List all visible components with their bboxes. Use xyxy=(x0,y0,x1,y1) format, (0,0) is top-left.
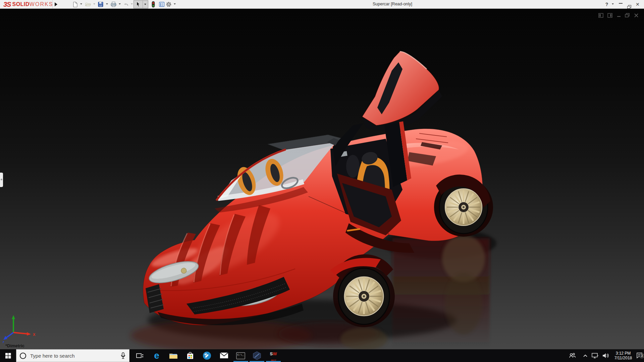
search-box[interactable] xyxy=(16,349,129,362)
hexagon-app-button[interactable] xyxy=(249,349,265,362)
new-document-icon xyxy=(72,1,78,7)
network-button[interactable] xyxy=(590,349,600,362)
rebuild-button[interactable] xyxy=(150,1,157,8)
people-icon xyxy=(569,353,576,359)
network-icon xyxy=(591,353,599,359)
help-dropdown-caret[interactable] xyxy=(612,3,614,5)
help-button[interactable]: ? xyxy=(604,0,610,9)
edge-button[interactable]: e xyxy=(149,349,164,362)
select-cursor-icon xyxy=(136,1,141,7)
options-dropdown-caret[interactable] xyxy=(174,3,176,5)
solidworks-logo: 3S SOLIDWORKS xyxy=(3,0,53,8)
new-dropdown-caret[interactable] xyxy=(80,3,82,5)
car-open-door[interactable] xyxy=(362,52,442,131)
window-title: Supercar [Read-only] xyxy=(342,2,443,6)
taskbar: e xyxy=(0,349,644,362)
solidworks-logo-light: WORKS xyxy=(30,1,53,7)
notification-badge: 3 xyxy=(639,353,644,358)
graphics-viewport[interactable]: X Z *Dimetric xyxy=(0,9,644,349)
save-icon xyxy=(98,1,104,7)
clock-time: 3:12 PM xyxy=(616,351,631,356)
microphone-icon[interactable] xyxy=(120,352,126,359)
car-3d-model[interactable] xyxy=(0,9,644,349)
people-button[interactable] xyxy=(566,349,578,362)
solidworks-logo-bold: SOLID xyxy=(12,1,29,7)
store-button[interactable] xyxy=(182,349,198,362)
speaker-icon xyxy=(602,353,609,359)
action-center-button[interactable]: 3 xyxy=(635,349,644,362)
clock[interactable]: 3:12 PM 7/11/2018 xyxy=(610,349,636,362)
screen: 3S SOLIDWORKS xyxy=(0,0,644,362)
select-dropdown-caret[interactable] xyxy=(143,1,147,8)
chevron-up-icon xyxy=(583,354,588,357)
svg-text:C:\_: C:\_ xyxy=(237,353,244,356)
settings-gear-icon xyxy=(165,1,172,8)
open-folder-icon xyxy=(85,1,91,7)
orientation-label: *Dimetric xyxy=(5,343,24,348)
print-dropdown-caret[interactable] xyxy=(119,3,121,5)
options-list-icon xyxy=(159,1,165,7)
clock-date: 7/11/2018 xyxy=(614,356,632,360)
task-pane-button[interactable] xyxy=(158,1,165,8)
open-dropdown-caret[interactable] xyxy=(93,3,95,5)
search-input[interactable] xyxy=(30,353,120,359)
solidworks-logo-mark: 3S xyxy=(3,1,11,8)
microsoft-store-icon xyxy=(186,352,194,360)
wrench-circle-icon xyxy=(203,351,211,360)
undo-button[interactable] xyxy=(122,1,129,8)
command-prompt-icon: C:\_ xyxy=(236,352,245,359)
save-button[interactable] xyxy=(97,1,104,8)
solidworks-button[interactable]: SW 2017 xyxy=(266,349,281,362)
start-button[interactable] xyxy=(0,349,16,362)
select-tool-button[interactable] xyxy=(133,0,148,8)
undo-dropdown-caret[interactable] xyxy=(131,3,133,5)
close-button[interactable]: ✕ xyxy=(636,0,640,9)
task-view-icon xyxy=(136,352,144,359)
command-prompt-button[interactable]: C:\_ xyxy=(233,349,248,362)
windows-logo-icon xyxy=(5,353,11,359)
file-explorer-icon xyxy=(169,352,178,359)
hexagon-app-icon xyxy=(253,351,261,360)
solidworks-2017-icon: SW 2017 xyxy=(268,351,278,361)
tray-chevron-button[interactable] xyxy=(581,349,590,362)
x-axis-label: X xyxy=(33,333,36,337)
car-rear-wheel[interactable] xyxy=(434,175,493,237)
edge-icon: e xyxy=(154,351,159,360)
undo-icon xyxy=(123,1,129,7)
flyout-arrow-icon[interactable] xyxy=(55,2,57,6)
x-axis-arrow xyxy=(27,332,31,336)
orientation-triad: X Z xyxy=(3,313,40,343)
cortana-icon xyxy=(20,353,26,359)
options-button[interactable] xyxy=(165,1,172,8)
volume-button[interactable] xyxy=(600,349,611,362)
toolbar-separator xyxy=(52,0,53,9)
print-icon xyxy=(110,1,117,7)
y-axis-arrow xyxy=(12,315,15,319)
title-bar: 3S SOLIDWORKS xyxy=(0,0,644,9)
z-axis-label: Z xyxy=(3,341,4,343)
tools-app-button[interactable] xyxy=(199,349,215,362)
save-dropdown-caret[interactable] xyxy=(106,3,108,5)
mail-button[interactable] xyxy=(216,349,232,362)
file-explorer-button[interactable] xyxy=(166,349,181,362)
minimize-button[interactable] xyxy=(619,0,623,5)
rebuild-traffic-light-icon xyxy=(151,1,156,8)
new-document-button[interactable] xyxy=(71,1,79,8)
mail-icon xyxy=(220,352,228,359)
print-button[interactable] xyxy=(110,1,117,8)
open-button[interactable] xyxy=(84,1,92,8)
task-view-button[interactable] xyxy=(132,349,148,362)
